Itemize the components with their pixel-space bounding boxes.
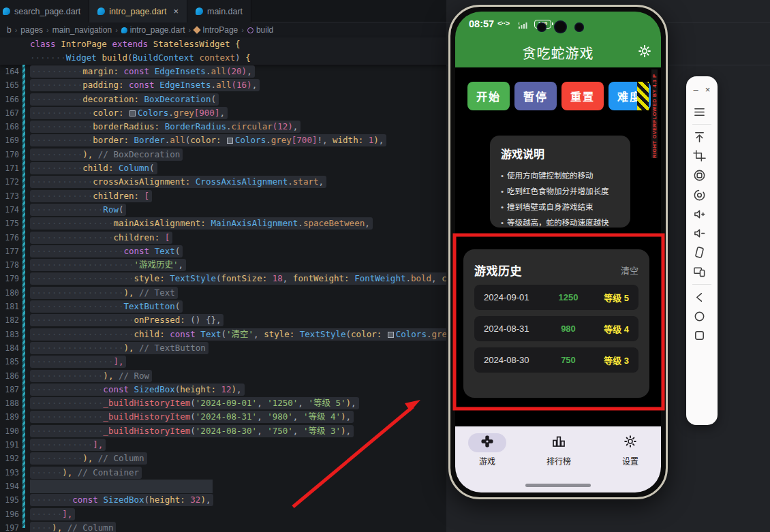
- overflow-warning-text: RIGHT OVERFLOWED BY 4.3 P: [651, 69, 658, 158]
- history-list: 2024-09-011250等级 52024-08-31980等级 42024-…: [474, 285, 638, 373]
- instructions-title: 游戏说明: [501, 145, 619, 161]
- history-row: 2024-08-30750等级 3: [474, 347, 638, 373]
- code-line-164: 164··········margin: const EdgeInsets.al…: [0, 65, 450, 78]
- screen-rotation-icon[interactable]: [692, 169, 706, 183]
- code-line-184: 184··················), // TextButton: [0, 341, 450, 355]
- rotate-device-icon[interactable]: [692, 246, 706, 260]
- history-level: 等级 5: [589, 291, 629, 304]
- dart-file-icon: [121, 27, 127, 33]
- code-line-180: 180··················), // Text: [0, 286, 450, 300]
- device-switch-icon[interactable]: [692, 265, 706, 279]
- instructions-card: 游戏说明 •使用方向键控制蛇的移动•吃到红色食物加分并增加长度•撞到墙壁或自身游…: [490, 136, 630, 228]
- code-line-191: 191············],: [0, 438, 450, 452]
- home-icon[interactable]: [692, 309, 706, 323]
- nav-item-game[interactable]: 游戏: [463, 433, 511, 467]
- code-line-196: 196······],: [0, 507, 450, 521]
- dart-file-icon: [196, 7, 203, 15]
- code-line-190: 190··············_buildHistoryItem('2024…: [0, 424, 450, 438]
- color-swatch-icon: [227, 138, 233, 144]
- code-line-166: 166··········decoration: BoxDecoration(: [0, 93, 450, 106]
- breadcrumb-item-build[interactable]: build: [246, 25, 275, 35]
- volume-down-icon[interactable]: [692, 227, 706, 240]
- mirror-toolbar: – ×: [686, 76, 718, 425]
- code-line-192: 192··········), // Column: [0, 452, 450, 465]
- signal-icon: x: [518, 20, 529, 32]
- status-bar: 08:57 <··> x 100: [455, 17, 661, 32]
- history-level: 等级 3: [589, 354, 629, 366]
- tab-search_page.dart[interactable]: search_page.dart: [0, 0, 89, 22]
- code-line-177: 177··················const Text(: [0, 245, 450, 258]
- nav-item-settings[interactable]: 设置: [606, 433, 654, 467]
- breadcrumb-separator: ›: [44, 26, 51, 34]
- crop-icon[interactable]: [692, 150, 706, 163]
- code-line-188: 188··············_buildHistoryItem('2024…: [0, 396, 450, 410]
- tab-label: search_page.dart: [14, 7, 80, 16]
- code-line-187: 187··············const SizedBox(height: …: [0, 383, 450, 396]
- game-button-开始[interactable]: 开始: [467, 82, 510, 110]
- tab-intro_page.dart[interactable]: intro_page.dart×: [89, 0, 187, 22]
- history-score: 980: [547, 324, 589, 334]
- breadcrumb-item-main_navigation[interactable]: main_navigation: [51, 25, 113, 35]
- clear-history-button[interactable]: 清空: [621, 264, 638, 277]
- code-line-168: 168············borderRadius: BorderRadiu…: [0, 120, 450, 134]
- scroll-top-icon[interactable]: [692, 131, 706, 144]
- instructions-list: •使用方向键控制蛇的移动•吃到红色食物加分并增加长度•撞到墙壁或自身游戏结束•等…: [501, 168, 619, 231]
- breadcrumb-item-intro_page.dart[interactable]: intro_page.dart: [120, 25, 187, 35]
- home-indicator[interactable]: [525, 484, 591, 487]
- code-editor[interactable]: 164··········margin: const EdgeInsets.al…: [0, 65, 450, 532]
- app-header: 08:57 <··> x 100 贪吃蛇游戏: [455, 12, 661, 67]
- overflow-warning-stripe: [637, 82, 649, 110]
- breadcrumb-separator: ›: [113, 26, 120, 34]
- game-button-重置[interactable]: 重置: [561, 82, 604, 110]
- volume-up-icon[interactable]: [692, 207, 706, 221]
- code-line-189: 189··············_buildHistoryItem('2024…: [0, 410, 450, 424]
- history-date: 2024-08-30: [484, 355, 547, 365]
- menu-icon[interactable]: [692, 105, 706, 119]
- tab-close-icon[interactable]: ×: [173, 6, 179, 16]
- code-line-167: 167············color: Colors.grey[900],: [0, 106, 450, 120]
- history-level: 等级 4: [589, 322, 629, 335]
- instruction-item: •等级越高，蛇的移动速度越快: [501, 215, 619, 231]
- breadcrumb-separator: ›: [239, 26, 246, 34]
- bar-chart-icon: [552, 435, 566, 451]
- history-title: 游戏历史: [474, 262, 522, 279]
- breadcrumb-item-pages[interactable]: pages: [19, 25, 44, 35]
- close-button[interactable]: ×: [705, 84, 711, 95]
- instruction-item: •使用方向键控制蛇的移动: [501, 168, 619, 184]
- back-icon[interactable]: [692, 290, 706, 304]
- class-symbol-icon: [194, 26, 201, 33]
- camera-cutout: [537, 20, 584, 33]
- nav-item-leaderboard[interactable]: 排行榜: [535, 433, 583, 467]
- code-line-174: 174··············Row(: [0, 203, 450, 217]
- code-line-169: 169············border: Border.all(color:…: [0, 134, 450, 147]
- game-button-暂停[interactable]: 暂停: [514, 82, 557, 110]
- game-button-row: 开始暂停重置难度: [467, 82, 651, 110]
- status-clock: 08:57: [469, 18, 494, 29]
- orientation-auto-icon[interactable]: [692, 188, 706, 202]
- recents-icon[interactable]: [692, 329, 706, 343]
- code-line-182: 182····················onPressed: () {},: [0, 313, 450, 327]
- code-line-193: 193······), // Container: [0, 466, 450, 480]
- code-line-183: 183····················child: const Text…: [0, 328, 450, 341]
- breadcrumb-item-b[interactable]: b: [5, 25, 13, 35]
- breadcrumb-item-IntroPage[interactable]: IntroPage: [193, 25, 239, 35]
- code-line-195: 195········const SizedBox(height: 32),: [0, 493, 450, 507]
- code-line-179: 179····················style: TextStyle(…: [0, 272, 450, 285]
- settings-gear-icon[interactable]: [638, 44, 651, 58]
- screenshot-root: search_page.dartintro_page.dart×main.dar…: [0, 0, 770, 532]
- code-line-175: 175················mainAxisAlignment: Ma…: [0, 217, 450, 230]
- history-row: 2024-08-31980等级 4: [474, 316, 638, 341]
- color-swatch-icon: [388, 332, 394, 338]
- code-line-172: 172············crossAxisAlignment: Cross…: [0, 175, 450, 189]
- dart-file-icon: [3, 7, 10, 15]
- code-line-185: 185················],: [0, 355, 450, 369]
- color-swatch-icon: [129, 110, 136, 116]
- minimize-button[interactable]: –: [694, 84, 698, 95]
- dpad-icon: [480, 435, 494, 451]
- nav-label: 设置: [606, 455, 654, 467]
- tab-main.dart[interactable]: main.dart: [187, 0, 251, 22]
- history-date: 2024-08-31: [484, 324, 547, 334]
- app-title: 贪吃蛇游戏: [455, 43, 661, 63]
- code-line-176: 176················children: [: [0, 231, 450, 245]
- code-line-186: 186··············), // Row: [0, 369, 450, 383]
